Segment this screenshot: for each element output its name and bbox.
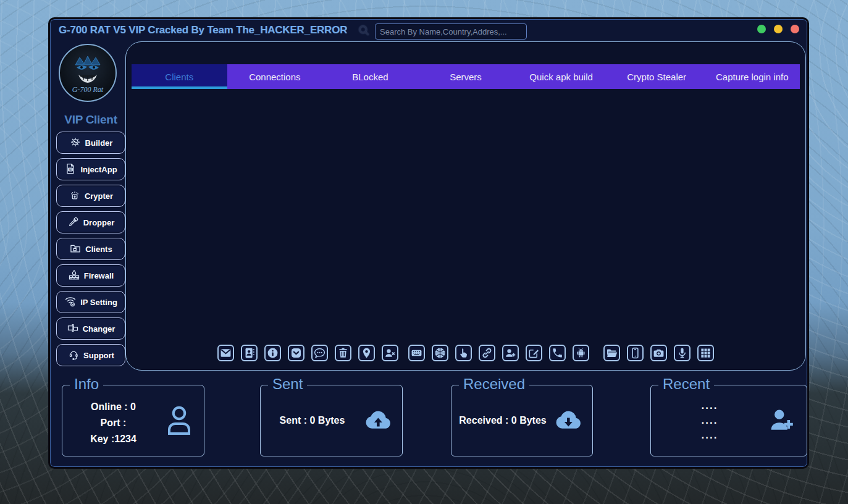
- recent-item: ....: [651, 413, 768, 428]
- ip-setting-button[interactable]: IP Setting: [56, 291, 125, 313]
- brand-label: VIP Client: [56, 113, 125, 127]
- sent-panel: Sent Sent : 0 Bytes: [260, 385, 403, 456]
- folder-open-icon[interactable]: [603, 345, 620, 361]
- sidebar-button-label: InjectApp: [80, 165, 117, 174]
- apk-file-icon: APK: [64, 162, 77, 177]
- user-plus-icon: [768, 406, 797, 435]
- online-count: Online : 0: [62, 399, 164, 415]
- port-value: Port :: [62, 415, 164, 431]
- tap-icon[interactable]: [455, 345, 472, 361]
- folder-icon: [69, 242, 82, 256]
- title-bar: G-700 RAT V5 VIP Cracked By Team The_HAC…: [50, 19, 807, 43]
- cloud-download-icon: [554, 408, 582, 433]
- app-window: G-700 RAT V5 VIP Cracked By Team The_HAC…: [48, 17, 809, 469]
- window-controls: [757, 25, 799, 33]
- headset-icon: [67, 348, 80, 363]
- tab-bar: Clients Connections BLocked Servers Quic…: [132, 64, 800, 89]
- sidebar: Builder APK InjectApp Crypter Dropper Cl…: [56, 132, 125, 366]
- sidebar-button-label: IP Setting: [80, 298, 117, 307]
- recent-item: ....: [651, 398, 768, 413]
- main-content: Clients Connections BLocked Servers Quic…: [125, 41, 806, 371]
- tab-label: Clients: [165, 72, 193, 82]
- address-book-icon[interactable]: [241, 345, 258, 361]
- maximize-light[interactable]: [774, 25, 783, 33]
- sidebar-button-label: Changer: [83, 324, 115, 334]
- camera-icon[interactable]: [650, 345, 667, 361]
- crypter-button[interactable]: Crypter: [56, 185, 125, 207]
- virus-icon: [69, 136, 82, 150]
- user-outline-icon: [164, 403, 194, 438]
- minimize-light[interactable]: [757, 25, 766, 33]
- search-input[interactable]: [375, 23, 527, 40]
- user-remove-icon[interactable]: [382, 345, 398, 361]
- received-value: Received : 0 Bytes: [451, 415, 554, 426]
- window-icon: [67, 322, 79, 336]
- tab-crypto-stealer[interactable]: Crypto Stealer: [609, 64, 705, 89]
- svg-text:APK: APK: [69, 168, 73, 170]
- tab-capture-login-info[interactable]: Capture login info: [704, 64, 800, 89]
- sidebar-button-label: Clients: [85, 245, 112, 254]
- firewall-button[interactable]: Firewall: [56, 264, 125, 287]
- app-logo: G-700 Rat: [59, 44, 117, 102]
- sent-value: Sent : 0 Bytes: [261, 415, 364, 426]
- tab-servers[interactable]: Servers: [418, 64, 514, 89]
- sidebar-button-label: Builder: [85, 138, 113, 148]
- apps-grid-icon[interactable]: [697, 345, 714, 361]
- tab-blocked[interactable]: BLocked: [322, 64, 418, 89]
- close-light[interactable]: [791, 25, 799, 33]
- globe-icon[interactable]: [432, 345, 448, 361]
- received-panel: Received Received : 0 Bytes: [451, 385, 593, 456]
- sidebar-button-label: Firewall: [84, 271, 114, 280]
- tab-label: Connections: [249, 72, 300, 82]
- microphone-icon[interactable]: [674, 345, 691, 361]
- recent-item: ....: [651, 428, 768, 443]
- sidebar-button-label: Dropper: [83, 218, 115, 227]
- crypter-icon: [69, 189, 81, 203]
- pocket-badge-icon[interactable]: [288, 345, 304, 361]
- sidebar-button-label: Crypter: [85, 191, 113, 201]
- sms-icon[interactable]: [311, 345, 328, 361]
- tab-label: BLocked: [352, 72, 388, 82]
- link-icon[interactable]: [479, 345, 495, 361]
- recent-panel: Recent .... .... ....: [650, 385, 807, 456]
- firewall-icon: [68, 269, 80, 283]
- changer-button[interactable]: Changer: [56, 317, 125, 340]
- phone-icon[interactable]: [549, 345, 566, 361]
- tab-label: Capture login info: [716, 72, 789, 82]
- builder-button[interactable]: Builder: [56, 132, 125, 154]
- dropper-icon: [67, 216, 80, 230]
- wifi-check-icon: [64, 295, 77, 309]
- android-icon[interactable]: [573, 345, 589, 361]
- support-button[interactable]: Support: [56, 344, 125, 366]
- keyboard-icon[interactable]: [408, 345, 425, 361]
- tab-label: Servers: [450, 72, 482, 82]
- trash-icon[interactable]: [335, 345, 351, 361]
- edit-icon[interactable]: [526, 345, 542, 361]
- sidebar-button-label: Support: [83, 351, 114, 360]
- smartphone-icon[interactable]: [627, 345, 644, 361]
- recent-list: .... .... ....: [651, 398, 768, 443]
- tab-label: Crypto Stealer: [627, 72, 686, 82]
- location-icon[interactable]: [358, 345, 375, 361]
- svg-text:G-700 Rat: G-700 Rat: [72, 85, 104, 94]
- info-panel: Info Online : 0 Port : Key :1234: [62, 385, 204, 456]
- tab-clients[interactable]: Clients: [132, 64, 227, 89]
- cloud-upload-icon: [364, 408, 392, 433]
- clients-button[interactable]: Clients: [56, 238, 125, 260]
- key-value: Key :1234: [62, 431, 164, 447]
- user-add-icon[interactable]: [502, 345, 519, 361]
- app-title: G-700 RAT V5 VIP Cracked By Team The_HAC…: [59, 24, 347, 36]
- action-toolbar: [126, 345, 805, 361]
- tab-label: Quick apk build: [529, 72, 593, 82]
- injectapp-button[interactable]: APK InjectApp: [56, 158, 125, 180]
- tab-connections[interactable]: Connections: [227, 64, 323, 89]
- info-icon[interactable]: [264, 345, 281, 361]
- info-panel-lines: Online : 0 Port : Key :1234: [62, 394, 164, 447]
- tab-quick-apk-build[interactable]: Quick apk build: [513, 64, 609, 89]
- search-icon: [358, 24, 370, 36]
- dropper-button[interactable]: Dropper: [56, 211, 125, 233]
- mail-icon[interactable]: [217, 345, 234, 361]
